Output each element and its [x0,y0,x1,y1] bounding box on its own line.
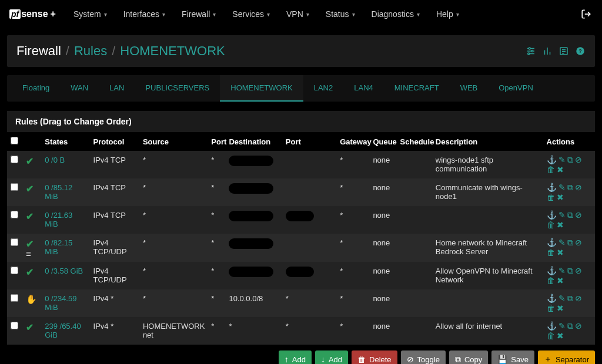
trash-icon[interactable]: 🗑 [547,332,555,340]
copy-icon[interactable]: ⧉ [567,322,573,330]
tab-lan4[interactable]: LAN4 [343,75,384,102]
clear-icon[interactable]: ✖ [557,193,564,201]
tab-publicservers[interactable]: PUBLICSERVERS [135,75,220,102]
anchor-icon[interactable]: ⚓ [547,267,557,275]
states-link[interactable]: 0 /234.59 MiB [45,294,76,312]
tab-lan2[interactable]: LAN2 [303,75,344,102]
copy-icon[interactable]: ⧉ [567,211,573,219]
clear-icon[interactable]: ✖ [557,221,564,229]
row-checkbox[interactable] [11,294,18,302]
save-button[interactable]: 💾Save [491,350,534,364]
log-icon[interactable] [558,46,569,56]
copy-icon[interactable]: ⧉ [567,156,573,164]
table-row[interactable]: ✔☰0 /82.15 MiBIPv4 TCP/UDP***noneHome ne… [7,234,595,262]
states-link[interactable]: 0 /3.58 GiB [45,267,83,275]
table-row[interactable]: ✔0 /0 BIPv4 TCP***nonewings-node1 sftp c… [7,151,595,178]
delete-button[interactable]: 🗑Delete [352,350,397,364]
table-row[interactable]: ✔0 /21.63 MiBIPv4 TCP***none⚓✎⧉⊘🗑✖ [7,206,595,234]
row-checkbox[interactable] [11,183,18,191]
anchor-icon[interactable]: ⚓ [547,156,557,164]
edit-icon[interactable]: ✎ [558,238,566,247]
breadcrumb-leaf[interactable]: HOMENETWORK [120,43,225,59]
states-link[interactable]: 0 /85.12 MiB [45,183,72,201]
trash-icon[interactable]: 🗑 [547,193,555,201]
help-icon[interactable]: ? [575,46,586,56]
add-top-button[interactable]: ↑Add [279,350,312,364]
stats-bar-icon[interactable] [542,46,553,56]
brand-logo[interactable]: pfsense+ [9,9,56,19]
trash-icon[interactable]: 🗑 [547,221,555,229]
trash-icon[interactable]: 🗑 [547,248,555,257]
disable-icon[interactable]: ⊘ [575,294,582,302]
nav-status[interactable]: Status▾ [317,0,363,28]
table-row[interactable]: ✔0 /85.12 MiBIPv4 TCP***noneCommunicate … [7,178,595,206]
row-checkbox[interactable] [11,156,18,163]
disable-icon[interactable]: ⊘ [575,267,582,275]
edit-icon[interactable]: ✎ [558,156,566,164]
table-row[interactable]: ✔239 /65.40 GiBIPv4 *HOMENETWORK net****… [7,317,595,345]
nav-diagnostics[interactable]: Diagnostics▾ [363,0,428,28]
trash-icon[interactable]: 🗑 [547,166,555,174]
tab-floating[interactable]: Floating [12,75,60,102]
table-row[interactable]: ✔0 /3.58 GiBIPv4 TCP/UDP***noneAllow Ope… [7,262,595,289]
clear-icon[interactable]: ✖ [557,166,564,174]
anchor-icon[interactable]: ⚓ [547,322,557,330]
toggle-button[interactable]: ⊘Toggle [401,350,446,364]
edit-icon[interactable]: ✎ [558,322,566,330]
disable-icon[interactable]: ⊘ [575,238,582,247]
tab-lan[interactable]: LAN [99,75,135,102]
breadcrumb-mid[interactable]: Rules [74,43,107,59]
copy-button[interactable]: ⧉Copy [449,350,488,364]
anchor-icon[interactable]: ⚓ [547,211,557,219]
states-link[interactable]: 0 /21.63 MiB [45,211,72,228]
trash-icon[interactable]: 🗑 [547,304,555,312]
dst-port-cell [282,151,336,178]
states-link[interactable]: 0 /0 B [45,156,65,164]
tab-openvpn[interactable]: OpenVPN [488,75,544,102]
table-row[interactable]: ✋0 /234.59 MiBIPv4 ***10.0.0.0/8**none⚓✎… [7,289,595,317]
states-link[interactable]: 239 /65.40 GiB [45,322,81,339]
tab-web[interactable]: WEB [450,75,489,102]
clear-icon[interactable]: ✖ [557,248,564,257]
logout-icon[interactable] [576,9,596,20]
row-checkbox[interactable] [11,211,18,218]
nav-interfaces[interactable]: Interfaces▾ [115,0,173,28]
copy-icon[interactable]: ⧉ [567,294,573,302]
select-all-checkbox[interactable] [11,137,18,144]
separator-button[interactable]: ＋Separator [538,350,595,364]
clear-icon[interactable]: ✖ [557,304,564,312]
nav-system[interactable]: System▾ [65,0,115,28]
nav-firewall[interactable]: Firewall▾ [173,0,224,28]
row-checkbox[interactable] [11,238,18,246]
add-bottom-button[interactable]: ↓Add [315,350,348,364]
disable-icon[interactable]: ⊘ [575,183,582,191]
clear-icon[interactable]: ✖ [557,332,564,340]
disable-icon[interactable]: ⊘ [575,211,582,219]
row-checkbox[interactable] [11,267,18,274]
settings-sliders-icon[interactable] [526,46,536,56]
edit-icon[interactable]: ✎ [558,211,566,219]
nav-vpn[interactable]: VPN▾ [278,0,317,28]
clear-icon[interactable]: ✖ [557,277,564,285]
anchor-icon[interactable]: ⚓ [547,183,557,191]
nav-help[interactable]: Help▾ [428,0,467,28]
tab-minecraft[interactable]: MINECRAFT [384,75,450,102]
edit-icon[interactable]: ✎ [558,294,566,302]
states-link[interactable]: 0 /82.15 MiB [45,238,72,256]
anchor-icon[interactable]: ⚓ [547,238,557,247]
destination-cell [225,234,282,262]
edit-icon[interactable]: ✎ [558,183,566,191]
disable-icon[interactable]: ⊘ [575,156,582,164]
tab-wan[interactable]: WAN [60,75,99,102]
row-checkbox[interactable] [11,322,18,329]
disable-icon[interactable]: ⊘ [575,322,582,330]
copy-icon[interactable]: ⧉ [567,238,573,247]
copy-icon[interactable]: ⧉ [567,267,573,275]
anchor-icon[interactable]: ⚓ [547,294,557,302]
nav-services[interactable]: Services▾ [224,0,278,28]
tab-homenetwork[interactable]: HOMENETWORK [220,75,303,102]
edit-icon[interactable]: ✎ [558,267,566,275]
description-cell: Allow OpenVPN to Minecraft Network [432,262,543,289]
copy-icon[interactable]: ⧉ [567,183,573,191]
trash-icon[interactable]: 🗑 [547,277,555,285]
